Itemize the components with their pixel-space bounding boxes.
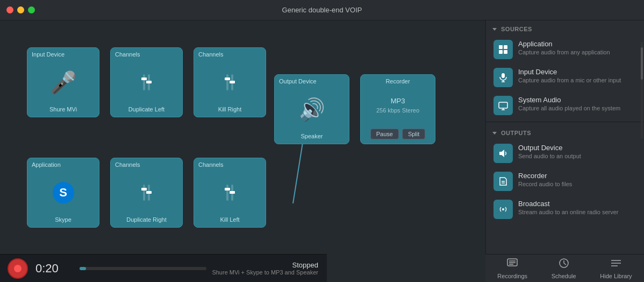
scroll-thumb	[641, 47, 643, 80]
input-device-icon	[493, 68, 513, 87]
sidebar-system-desc: Capture all audio played on the system	[518, 104, 636, 112]
hide-library-button[interactable]: Hide Library	[595, 256, 637, 281]
node-channels-kill-right[interactable]: Channels Kill Right	[194, 47, 266, 117]
sidebar-item-input-device[interactable]: Input Device Capture audio from a mic or…	[486, 64, 644, 91]
progress-bar[interactable]	[80, 267, 206, 270]
progress-fill	[80, 267, 86, 270]
outputs-label: OUTPUTS	[501, 130, 531, 136]
sidebar-broadcast-desc: Stream audio to an online radio server	[518, 208, 636, 216]
node-channels-dup-left[interactable]: Channels Duplicate Left	[110, 47, 183, 117]
time-display: 0:20	[35, 262, 68, 276]
svg-rect-10	[504, 50, 507, 54]
recorder-format: MP3	[391, 97, 405, 105]
sidebar-system-title: System Audio	[518, 96, 636, 104]
sidebar-recorder-text: Recorder Record audio to files	[518, 172, 636, 188]
recorder-sidebar-icon	[493, 172, 513, 191]
schedule-icon	[559, 258, 569, 271]
sidebar-item-broadcast[interactable]: Broadcast Stream audio to an online radi…	[486, 195, 644, 223]
channel-sliders-icon-3	[143, 185, 150, 201]
speaker-icon: 🔊	[298, 97, 325, 122]
recordings-icon	[506, 258, 518, 271]
svg-rect-14	[499, 102, 507, 108]
record-button[interactable]	[8, 258, 28, 279]
sidebar-input-title: Input Device	[518, 68, 636, 76]
sidebar-system-text: System Audio Capture all audio played on…	[518, 96, 636, 112]
sidebar-item-system-audio[interactable]: System Audio Capture all audio played on…	[486, 91, 644, 119]
recordings-label: Recordings	[497, 273, 527, 279]
sidebar-output-desc: Send audio to an output	[518, 152, 636, 160]
node-channels-dup-right[interactable]: Channels Duplicate Right	[110, 158, 183, 228]
sidebar-broadcast-text: Broadcast Stream audio to an online radi…	[518, 200, 636, 216]
node-input-sublabel: Shure MVi	[49, 106, 77, 117]
node-ch2-label: Channels	[194, 48, 227, 59]
ch3-icon-area	[143, 169, 150, 216]
svg-rect-7	[499, 45, 503, 49]
sidebar-input-desc: Capture audio from a mic or other input	[518, 76, 636, 84]
channel-sliders-icon	[143, 74, 150, 90]
node-input-device[interactable]: Input Device 🎤 Shure MVi	[27, 47, 99, 117]
node-recorder-label: Recorder	[381, 75, 414, 86]
node-output-sublabel: Speaker	[301, 133, 323, 144]
channel-sliders-icon-4	[226, 185, 233, 201]
application-icon	[493, 40, 513, 59]
node-recorder[interactable]: Recorder MP3 256 kbps Stereo Pause Split	[360, 74, 435, 144]
sidebar-recorder-desc: Record audio to files	[518, 180, 636, 188]
node-app-sublabel: Skype	[55, 216, 71, 227]
schedule-button[interactable]: Schedule	[546, 256, 582, 281]
node-app-label: Application	[27, 158, 65, 169]
app-icon-area: S	[53, 169, 74, 216]
broadcast-icon	[493, 200, 513, 219]
status-detail: Shure MVi + Skype to MP3 and Speaker	[212, 269, 318, 276]
sidebar-application-title: Application	[518, 40, 636, 48]
node-ch3-sublabel: Duplicate Right	[126, 216, 167, 227]
node-ch1-sublabel: Duplicate Left	[128, 106, 164, 117]
svg-rect-8	[504, 45, 507, 49]
output-device-sidebar-icon	[493, 144, 513, 163]
sidebar-broadcast-title: Broadcast	[518, 200, 636, 208]
recorder-controls: Pause Split	[370, 129, 426, 139]
bottom-bar: 0:20 Stopped Shure MVi + Skype to MP3 an…	[0, 254, 327, 282]
node-channels-kill-left[interactable]: Channels Kill Left	[194, 158, 266, 228]
node-output-label: Output Device	[275, 75, 321, 86]
node-application[interactable]: Application S Skype	[27, 158, 99, 228]
titlebar: Generic double-end VOIP	[0, 0, 644, 20]
sidebar-item-application[interactable]: Application Capture audio from any appli…	[486, 36, 644, 64]
schedule-label: Schedule	[552, 273, 576, 279]
sidebar-application-text: Application Capture audio from any appli…	[518, 40, 636, 56]
node-ch4-label: Channels	[194, 158, 227, 169]
split-button[interactable]: Split	[402, 129, 425, 139]
maximize-button[interactable]	[28, 6, 35, 13]
pause-button[interactable]: Pause	[370, 129, 399, 139]
sidebar: SOURCES Application Capture audio from a…	[485, 20, 644, 282]
sidebar-item-recorder[interactable]: Recorder Record audio to files	[486, 167, 644, 195]
channel-sliders-icon-2	[226, 74, 233, 90]
canvas-area: Input Device 🎤 Shure MVi Channels Duplic…	[0, 20, 485, 282]
minimize-button[interactable]	[17, 6, 24, 13]
close-button[interactable]	[6, 6, 13, 13]
recorder-quality: 256 kbps Stereo	[376, 107, 419, 114]
system-audio-icon	[493, 96, 513, 115]
sidebar-input-text: Input Device Capture audio from a mic or…	[518, 68, 636, 84]
window-controls	[6, 6, 35, 13]
scroll-track	[641, 42, 643, 139]
sources-label: SOURCES	[501, 26, 532, 32]
sidebar-item-output-device[interactable]: Output Device Send audio to an output	[486, 139, 644, 167]
sidebar-application-desc: Capture audio from any application	[518, 48, 636, 56]
hide-library-label: Hide Library	[600, 273, 632, 279]
recordings-button[interactable]: Recordings	[492, 256, 533, 281]
mic-icon-area: 🎤	[50, 59, 77, 106]
svg-rect-9	[499, 50, 503, 54]
node-input-label: Input Device	[27, 48, 69, 59]
window-title: Generic double-end VOIP	[282, 6, 362, 14]
sources-chevron	[492, 28, 497, 31]
ch4-icon-area	[226, 169, 233, 216]
speaker-icon-area: 🔊	[298, 86, 325, 133]
hide-library-icon	[610, 258, 622, 271]
node-ch3-label: Channels	[111, 158, 144, 169]
recorder-info-area: MP3 256 kbps Stereo	[376, 86, 419, 124]
sidebar-output-text: Output Device Send audio to an output	[518, 144, 636, 160]
mic-icon: 🎤	[50, 70, 77, 95]
node-output-device[interactable]: Output Device 🔊 Speaker	[274, 74, 349, 144]
skype-icon: S	[53, 182, 74, 203]
status-label: Stopped	[212, 261, 318, 269]
